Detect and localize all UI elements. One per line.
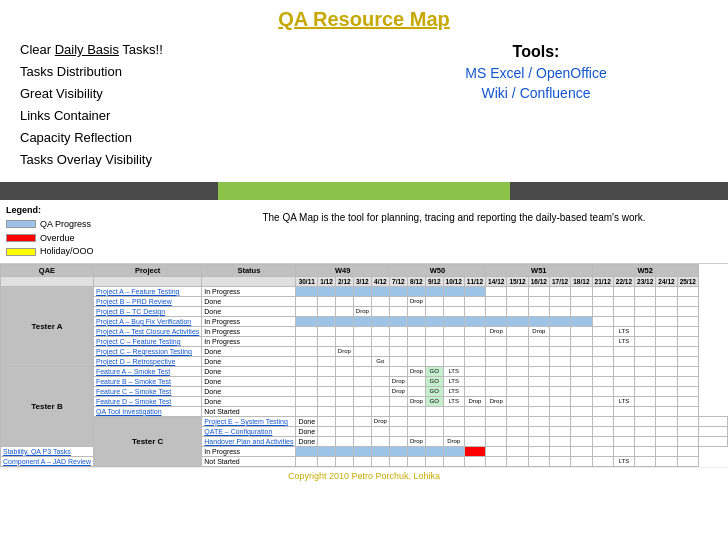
project-bug-fix[interactable]: Project A – Bug Fix Verification	[93, 316, 201, 326]
table-row: Tester C Project E – System Testing Done…	[1, 416, 728, 426]
legend-qa-progress: QA Progress	[6, 218, 186, 231]
status-b4: Done	[202, 396, 296, 406]
project-b-smoke-c[interactable]: Feature C – Smoke Test	[93, 386, 201, 396]
status-c1: Done	[296, 416, 318, 426]
project-qa-tool[interactable]: QA Tool Investigation	[93, 406, 201, 416]
legend-box: Legend: QA Progress Overdue Holiday/OOO	[6, 204, 186, 259]
table-row: Feature D – Smoke Test Done Drop GO LTS …	[1, 396, 728, 406]
status-b3: Done	[202, 386, 296, 396]
date-1812: 18/12	[571, 276, 592, 286]
date-712: 7/12	[389, 276, 407, 286]
project-b-smoke-a[interactable]: Feature A – Smoke Test	[93, 366, 201, 376]
legend-label-overdue: Overdue	[40, 232, 75, 245]
legend-color-holiday	[6, 248, 36, 256]
date-header-row: 30/11 1/12 2/12 3/12 4/12 7/12 8/12 9/12…	[1, 276, 728, 286]
date-812: 8/12	[407, 276, 425, 286]
footer-text: Copyright 2010 Petro Porchuk, Lohika	[288, 471, 440, 481]
table-row: Project A – Bug Fix Verification In Prog…	[1, 316, 728, 326]
status-1: In Progress	[202, 286, 296, 296]
project-c-regression[interactable]: Project C – Regression Testing	[93, 346, 201, 356]
tool-wiki[interactable]: Wiki / Confluence	[364, 85, 708, 101]
feature-5: Capacity Reflection	[20, 127, 364, 149]
project-d-retro[interactable]: Project D – Retrospective	[93, 356, 201, 366]
project-qate-config[interactable]: QATE – Configuration	[202, 426, 296, 436]
legend-holiday: Holiday/OOO	[6, 245, 186, 258]
feature-2: Tasks Distribution	[20, 61, 364, 83]
col-w51: W51	[486, 264, 592, 276]
col-project: Project	[93, 264, 201, 276]
table-row: Project B – PRD Review Done Drop	[1, 296, 728, 306]
description-text: The QA Map is the tool for planning, tra…	[262, 212, 645, 223]
feature-1: Clear Daily Basis Tasks!!	[20, 39, 364, 61]
project-c-system[interactable]: Project E – System Testing	[202, 416, 296, 426]
main-table-wrapper: QAE Project Status W49 W50 W51 W52 30/11…	[0, 264, 728, 467]
main-table: QAE Project Status W49 W50 W51 W52 30/11…	[0, 264, 728, 467]
feature-6: Tasks Overlay Visibility	[20, 149, 364, 171]
page-title: QA Resource Map	[0, 8, 728, 31]
col-w52: W52	[592, 264, 698, 276]
status-6: In Progress	[202, 336, 296, 346]
legend-color-qa	[6, 220, 36, 228]
project-c-feature[interactable]: Project C – Feature Testing	[93, 336, 201, 346]
project-feature-testing[interactable]: Project A – Feature Testing	[93, 286, 201, 296]
legend-color-overdue	[6, 234, 36, 242]
project-tc-design[interactable]: Project B – TC Design	[93, 306, 201, 316]
date-1112: 11/12	[464, 276, 485, 286]
color-bar	[0, 182, 728, 200]
col-qae: QAE	[1, 264, 94, 276]
table-row: Feature C – Smoke Test Done Drop GO LTS	[1, 386, 728, 396]
tool-excel[interactable]: MS Excel / OpenOffice	[364, 65, 708, 81]
table-row: Tester A Project A – Feature Testing In …	[1, 286, 728, 296]
status-3: Done	[202, 306, 296, 316]
legend-label-holiday: Holiday/OOO	[40, 245, 94, 258]
cell-overdue-1	[464, 446, 485, 456]
legend-overdue: Overdue	[6, 232, 186, 245]
tester-c-label: Tester C	[93, 416, 201, 466]
table-row: Project A – Test Closure Activities In P…	[1, 326, 728, 336]
legend-title: Legend:	[6, 204, 186, 217]
col-status: Status	[202, 264, 296, 276]
date-212: 2/12	[335, 276, 353, 286]
date-412: 4/12	[371, 276, 389, 286]
table-row: Tester B Feature A – Smoke Test Done Dro…	[1, 366, 728, 376]
date-2412: 24/12	[656, 276, 677, 286]
status-c3: Done	[296, 436, 318, 446]
project-handover[interactable]: Handover Plan and Activities	[202, 436, 296, 446]
tools-section: Tools: MS Excel / OpenOffice Wiki / Conf…	[364, 39, 708, 172]
date-312: 3/12	[353, 276, 371, 286]
date-1512: 15/12	[507, 276, 528, 286]
project-b-smoke-b[interactable]: Feature B – Smoke Test	[93, 376, 201, 386]
date-1012: 10/12	[443, 276, 464, 286]
footer: Copyright 2010 Petro Porchuk, Lohika	[0, 467, 728, 484]
status-b5: Not Started	[202, 406, 296, 416]
status-2: Done	[202, 296, 296, 306]
project-stability-p3[interactable]: Stability, QA P3 Tasks	[1, 446, 94, 456]
status-c2: Done	[296, 426, 318, 436]
table-row: Project C – Feature Testing In Progress …	[1, 336, 728, 346]
top-section: Clear Daily Basis Tasks!! Tasks Distribu…	[0, 35, 728, 176]
date-912: 9/12	[425, 276, 443, 286]
header: QA Resource Map	[0, 0, 728, 35]
legend-label-qa: QA Progress	[40, 218, 91, 231]
legend-row: Legend: QA Progress Overdue Holiday/OOO …	[0, 200, 728, 264]
tools-title: Tools:	[364, 43, 708, 61]
cell-go-1: GO	[425, 366, 443, 376]
description-box: The QA Map is the tool for planning, tra…	[186, 204, 722, 223]
date-1612: 16/12	[528, 276, 549, 286]
status-7: Done	[202, 346, 296, 356]
col-w49: W49	[296, 264, 389, 276]
status-c4: In Progress	[202, 446, 296, 456]
project-test-closure[interactable]: Project A – Test Closure Activities	[93, 326, 201, 336]
status-c5: Not Started	[202, 456, 296, 466]
table-row: QA Tool Investigation Not Started	[1, 406, 728, 416]
date-112: 1/12	[318, 276, 336, 286]
table-row: Feature B – Smoke Test Done Drop GO LTS	[1, 376, 728, 386]
project-prd-review[interactable]: Project B – PRD Review	[93, 296, 201, 306]
status-b1: Done	[202, 366, 296, 376]
table-row: Project B – TC Design Done Drop	[1, 306, 728, 316]
date-3011: 30/11	[296, 276, 318, 286]
project-b-smoke-d[interactable]: Feature D – Smoke Test	[93, 396, 201, 406]
date-2512: 25/12	[677, 276, 698, 286]
project-comp-a-jad[interactable]: Component A – JAD Review	[1, 456, 94, 466]
date-2212: 22/12	[613, 276, 634, 286]
